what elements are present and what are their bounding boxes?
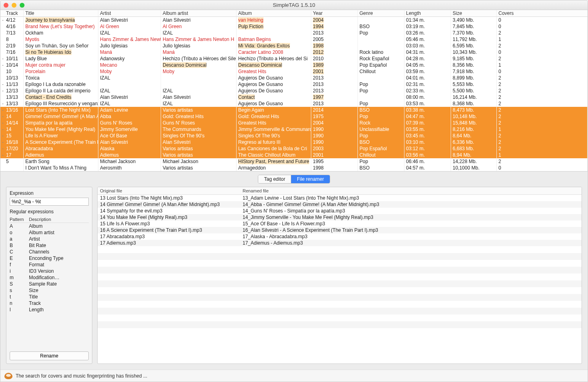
table-row[interactable]: -11/13Epílogo I La duda razonableAgujero…: [0, 81, 588, 88]
app-window: SimpleTAG 1.5.10 Track Title Artist Albu…: [0, 0, 588, 382]
table-row[interactable]: 8MyotisHans Zimmer & James Newton Howard…: [0, 36, 588, 43]
col-genre[interactable]: Genre: [358, 10, 404, 16]
regex-list[interactable]: AAlbumoAlbum artistaArtistBBit RateCChan…: [10, 223, 89, 348]
zoom-icon[interactable]: [20, 3, 24, 8]
status-text: The search for covers and music fingerpr…: [16, 373, 147, 379]
regex-item[interactable]: sSize: [10, 287, 89, 294]
rename-body[interactable]: 13 Lost Stars (Into The Night Mix).mp313…: [98, 195, 582, 364]
col-album[interactable]: Album: [237, 10, 311, 16]
table-row[interactable]: I Don't Want To Miss A ThingAerosmithVar…: [0, 165, 588, 171]
rename-preview: Original file Renamed file 13 Lost Stars…: [97, 187, 582, 364]
table-row[interactable]: 4/16Brand New (Let's Stay Together)Al Gr…: [0, 23, 588, 30]
regex-item[interactable]: fFormat: [10, 261, 89, 268]
rename-row[interactable]: 14 You Make Me Feel (Mighty Real).mp314_…: [98, 214, 582, 221]
mode-tabs: Tag editor File renamer: [0, 172, 588, 187]
rename-row[interactable]: 15 Life Is A Flower.mp315_Ace Of Base - …: [98, 221, 582, 227]
regex-item[interactable]: aArtist: [10, 236, 89, 242]
col-length[interactable]: Length: [404, 10, 451, 16]
rename-row[interactable]: 17 Adiemus.mp317_Adiemus - Adiemus.mp3: [98, 240, 582, 246]
col-size[interactable]: Size: [451, 10, 497, 16]
table-row[interactable]: -16/18A Science Experiment (The Train Pa…: [0, 139, 588, 145]
rename-row[interactable]: 13 Lost Stars (Into The Night Mix).mp313…: [98, 195, 582, 201]
table-row[interactable]: 7/16Si no Te Hubieras IdoManáManáCaracte…: [0, 49, 588, 55]
table-row[interactable]: -17/20AbracadabraAlaskaVarios artistasLa…: [0, 145, 588, 152]
table-row[interactable]: -14Gimme! Gimme! Gimme! (A Man After Mid…: [0, 113, 588, 120]
regex-header: Pattern Description: [10, 216, 89, 223]
expression-label: Expression: [10, 190, 89, 196]
col-albumartist[interactable]: Album artist: [161, 10, 237, 16]
rename-button[interactable]: Rename: [10, 351, 89, 360]
tab-file-renamer[interactable]: File renamer: [291, 175, 329, 183]
titlebar: SimpleTAG 1.5.10: [0, 0, 588, 10]
table-row[interactable]: 10/13TóxicaIZALAgujeros De Gusano201304:…: [0, 75, 588, 81]
table-row[interactable]: -14/14Simpatía por la apatíaGuns N' Rose…: [0, 120, 588, 126]
table-row[interactable]: -4/12Journey to transylvaniaAlan Silvest…: [0, 17, 588, 23]
col-title[interactable]: Title: [24, 10, 98, 16]
regex-item[interactable]: AAlbum: [10, 223, 89, 229]
window-controls: [4, 3, 24, 8]
status-icon: [4, 373, 12, 379]
table-row[interactable]: -10/11Lady BlueAdanowskyHechizo (Tributo…: [0, 55, 588, 62]
table-row[interactable]: -17AdiemusAdiemusVarios artistasThe Clas…: [0, 152, 588, 158]
table-row[interactable]: -13/13Epílogo III Resurrección y venganz…: [0, 100, 588, 107]
regex-item[interactable]: nTrack: [10, 300, 89, 306]
table-row[interactable]: -12/13Epílogo II La caída del imperioIZA…: [0, 88, 588, 94]
col-artist[interactable]: Artist: [98, 10, 161, 16]
statusbar: The search for covers and music fingerpr…: [0, 370, 588, 382]
rename-row[interactable]: 14 Gimme! Gimme! Gimme! (A Man After Mid…: [98, 201, 582, 208]
rename-row[interactable]: 16 A Science Experiment (The Train Part …: [98, 227, 582, 233]
regex-item[interactable]: tTitle: [10, 294, 89, 300]
bottom-panel: Expression Regular expressions Pattern D…: [0, 187, 588, 370]
expression-input[interactable]: [10, 198, 89, 206]
regex-item[interactable]: oAlbum artist: [10, 229, 89, 236]
table-row[interactable]: 2/19Soy un Truhán, Soy un SeñorJulio Igl…: [0, 43, 588, 49]
regex-item[interactable]: lLength: [10, 306, 89, 313]
minimize-icon[interactable]: [12, 3, 16, 8]
regex-item[interactable]: SSample Rate: [10, 281, 89, 287]
table-row[interactable]: 13/13Contact - End CreditsAlan Silvestri…: [0, 94, 588, 100]
close-icon[interactable]: [4, 3, 8, 8]
tab-tag-editor[interactable]: Tag editor: [258, 175, 291, 183]
regex-label: Regular expressions: [10, 209, 89, 214]
table-header: Track Title Artist Album artist Album Ye…: [0, 10, 588, 17]
window-title: SimpleTAG 1.5.10: [273, 2, 315, 8]
col-year[interactable]: Year: [311, 10, 358, 16]
regex-item[interactable]: mModification…: [10, 274, 89, 281]
table-row[interactable]: 10PorcelainMobyMobyGreatest Hits2001Chil…: [0, 68, 588, 75]
regex-item[interactable]: EEnconding Type: [10, 255, 89, 261]
col-track[interactable]: Track: [4, 10, 24, 16]
regex-item[interactable]: iID3 Version: [10, 268, 89, 274]
col-covers[interactable]: Covers: [497, 10, 588, 16]
rename-header: Original file Renamed file: [98, 187, 582, 195]
regex-item[interactable]: BBit Rate: [10, 242, 89, 249]
table-row[interactable]: -10/14Mujer contra mujerMecanoDescanso D…: [0, 62, 588, 68]
table-row[interactable]: 5Earth SongMichael JacksonMichael Jackso…: [0, 158, 588, 165]
table-row[interactable]: -15Life Is A FlowerAce Of BaseSingles Of…: [0, 133, 588, 139]
regex-item[interactable]: CChannels: [10, 249, 89, 255]
rename-row[interactable]: 17 Abracadabra.mp317_Alaska - Abracadabr…: [98, 233, 582, 240]
rename-row[interactable]: 14 Sympahty for the evil.mp314_Guns N' R…: [98, 208, 582, 214]
expression-panel: Expression Regular expressions Pattern D…: [6, 187, 92, 364]
table-row[interactable]: -14You Make Me Feel (Mighty Real)Jimmy S…: [0, 126, 588, 133]
table-row[interactable]: 7/13OckhamIZALIZAL2013Pop03:26 m.7,370 M…: [0, 30, 588, 36]
table-row[interactable]: -13/16Lost Stars (Into The Night Mix)Ada…: [0, 107, 588, 113]
tracks-table[interactable]: Track Title Artist Album artist Album Ye…: [0, 10, 588, 172]
